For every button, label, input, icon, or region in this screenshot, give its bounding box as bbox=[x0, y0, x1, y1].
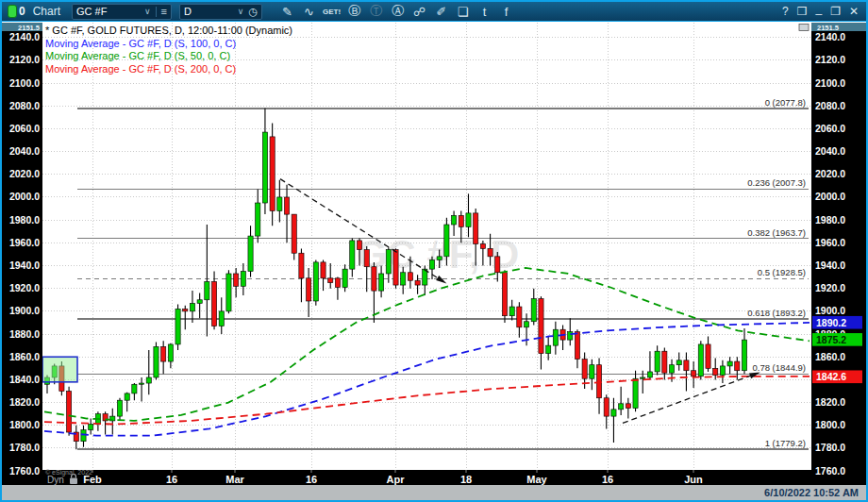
restore-button[interactable]: ❐ bbox=[830, 5, 841, 18]
chart-legend: * GC #F, GOLD FUTURES, D, 12:00-11:00 (D… bbox=[45, 25, 292, 75]
svg-text:1842.6: 1842.6 bbox=[816, 371, 846, 382]
svg-text:2120.0: 2120.0 bbox=[9, 54, 40, 65]
svg-text:1860.0: 1860.0 bbox=[815, 351, 845, 362]
svg-text:1980.0: 1980.0 bbox=[815, 214, 845, 226]
svg-text:0 (2077.8): 0 (2077.8) bbox=[765, 97, 806, 108]
svg-text:1960.0: 1960.0 bbox=[9, 237, 40, 248]
svg-text:1780.0: 1780.0 bbox=[815, 442, 845, 453]
svg-text:2100.0: 2100.0 bbox=[815, 77, 845, 89]
interval-input[interactable]: D ∨ ◷ bbox=[179, 4, 262, 20]
b-circle-icon[interactable]: Ⓑ bbox=[346, 3, 362, 20]
svg-text:1820.0: 1820.0 bbox=[815, 396, 845, 408]
svg-text:1940.0: 1940.0 bbox=[815, 259, 845, 271]
symbol-menu-icon[interactable]: ≡ bbox=[161, 6, 167, 17]
svg-text:1840.0: 1840.0 bbox=[9, 374, 40, 385]
svg-text:May: May bbox=[526, 474, 547, 485]
svg-text:1900.0: 1900.0 bbox=[9, 305, 40, 316]
svg-text:0.5 (1928.5): 0.5 (1928.5) bbox=[758, 267, 806, 277]
legend-line-ma50: Moving Average - GC #F, D (S, 50, 0, C) bbox=[45, 50, 292, 63]
svg-text:Mar: Mar bbox=[225, 474, 244, 485]
mini-window-icon bbox=[799, 25, 809, 31]
panel-button[interactable]: ❒ bbox=[797, 5, 808, 18]
svg-text:0.618 (1893.2): 0.618 (1893.2) bbox=[747, 308, 806, 318]
svg-text:0.236 (2007.3): 0.236 (2007.3) bbox=[747, 177, 806, 188]
studies-wave-icon[interactable]: ∿ bbox=[301, 5, 317, 19]
share-icon[interactable]: f bbox=[498, 5, 514, 19]
svg-text:1760.0: 1760.0 bbox=[815, 465, 845, 477]
svg-text:1860.0: 1860.0 bbox=[9, 351, 40, 362]
svg-text:Jun: Jun bbox=[684, 474, 703, 485]
svg-text:1 (1779.2): 1 (1779.2) bbox=[765, 438, 806, 448]
chevron-down-icon[interactable]: ∨ bbox=[238, 7, 244, 16]
copyright-label: © eSignal, 2022 bbox=[45, 469, 92, 477]
svg-text:2140.0: 2140.0 bbox=[9, 31, 40, 42]
svg-text:2151.5: 2151.5 bbox=[817, 24, 839, 32]
svg-text:2060.0: 2060.0 bbox=[815, 123, 845, 134]
svg-text:1800.0: 1800.0 bbox=[9, 419, 40, 430]
symbol-input[interactable]: GC #F ∨ ≡ bbox=[72, 4, 172, 20]
chat-icon[interactable]: ❏ bbox=[455, 5, 471, 19]
a-circle-icon[interactable]: Ⓐ bbox=[390, 3, 406, 20]
status-datetime: 6/10/2022 10:52 AM bbox=[764, 487, 859, 498]
toolbar-icons: ✎∿GET!ⒷⓉⒶ☍✐❏tf bbox=[279, 3, 514, 20]
window-controls: ? ❒ _ ❐ ✕ bbox=[782, 5, 859, 18]
svg-text:1980.0: 1980.0 bbox=[9, 214, 40, 226]
chevron-down-icon[interactable]: ∨ bbox=[144, 7, 151, 16]
svg-text:2120.0: 2120.0 bbox=[815, 54, 845, 65]
svg-text:1800.0: 1800.0 bbox=[815, 419, 845, 430]
svg-text:1820.0: 1820.0 bbox=[9, 396, 40, 408]
svg-text:2080.0: 2080.0 bbox=[815, 100, 845, 111]
svg-text:2060.0: 2060.0 bbox=[9, 123, 40, 134]
svg-text:2151.5: 2151.5 bbox=[18, 24, 40, 32]
svg-text:1880.0: 1880.0 bbox=[9, 328, 40, 340]
svg-text:1920.0: 1920.0 bbox=[9, 282, 40, 293]
close-button[interactable]: ✕ bbox=[849, 5, 859, 18]
svg-text:18: 18 bbox=[460, 474, 472, 485]
svg-text:16: 16 bbox=[166, 474, 177, 485]
interval-value: D bbox=[184, 6, 192, 17]
twitter-icon[interactable]: t bbox=[476, 5, 492, 19]
legend-line-ma200: Moving Average - GC #F, D (S, 200, 0, C) bbox=[45, 63, 292, 76]
window-title: Chart bbox=[33, 5, 60, 18]
svg-text:2080.0: 2080.0 bbox=[9, 100, 40, 111]
price-chart-canvas[interactable]: GC #F, D0 (2077.8)0.236 (2007.3)0.382 (1… bbox=[2, 2, 868, 502]
svg-text:2020.0: 2020.0 bbox=[9, 168, 40, 179]
svg-text:1780.0: 1780.0 bbox=[9, 442, 40, 453]
chart-app-window: GC #F, D0 (2077.8)0.236 (2007.3)0.382 (1… bbox=[0, 0, 868, 502]
get-quote-icon[interactable]: GET! bbox=[323, 8, 341, 16]
legend-line-symbol: * GC #F, GOLD FUTURES, D, 12:00-11:00 (D… bbox=[45, 25, 292, 38]
svg-text:1900.0: 1900.0 bbox=[815, 305, 845, 316]
svg-text:1940.0: 1940.0 bbox=[9, 259, 40, 271]
svg-text:2000.0: 2000.0 bbox=[815, 191, 845, 202]
svg-text:2100.0: 2100.0 bbox=[9, 77, 40, 89]
svg-text:1875.2: 1875.2 bbox=[816, 334, 846, 345]
svg-text:16: 16 bbox=[602, 474, 613, 485]
svg-text:1960.0: 1960.0 bbox=[815, 237, 845, 248]
status-bar: 6/10/2022 10:52 AM bbox=[2, 485, 866, 500]
window-status-icon bbox=[8, 5, 17, 18]
zone-box-annotation bbox=[42, 357, 77, 382]
minimize-button[interactable]: _ bbox=[815, 2, 822, 15]
svg-text:1760.0: 1760.0 bbox=[9, 465, 40, 477]
clock-icon[interactable]: ◷ bbox=[248, 6, 258, 18]
dyn-mode-label: Dyn bbox=[47, 475, 64, 485]
link-icon[interactable]: ☍ bbox=[411, 5, 427, 19]
legend-line-ma100: Moving Average - GC #F, D (S, 100, 0, C) bbox=[45, 38, 292, 51]
symbol-value: GC #F bbox=[76, 6, 107, 17]
svg-text:2000.0: 2000.0 bbox=[9, 191, 40, 202]
svg-text:2140.0: 2140.0 bbox=[815, 31, 845, 42]
svg-text:2040.0: 2040.0 bbox=[815, 145, 845, 157]
svg-text:Apr: Apr bbox=[387, 474, 406, 485]
pencil-icon[interactable]: ✎ bbox=[279, 5, 295, 19]
svg-text:2040.0: 2040.0 bbox=[9, 145, 40, 157]
svg-text:0.382 (1963.7): 0.382 (1963.7) bbox=[747, 227, 806, 238]
help-button[interactable]: ? bbox=[782, 5, 789, 18]
svg-text:16: 16 bbox=[306, 474, 317, 485]
svg-text:2020.0: 2020.0 bbox=[815, 168, 845, 179]
t-circle-icon[interactable]: Ⓣ bbox=[368, 3, 384, 20]
note-icon[interactable]: ✐ bbox=[433, 5, 449, 19]
window-number: 0 bbox=[19, 5, 25, 18]
titlebar: 0 Chart GC #F ∨ ≡ D ∨ ◷ ✎∿GET!ⒷⓉⒶ☍✐❏tf ?… bbox=[2, 2, 866, 22]
svg-text:1890.2: 1890.2 bbox=[816, 317, 846, 328]
divider bbox=[156, 7, 157, 17]
